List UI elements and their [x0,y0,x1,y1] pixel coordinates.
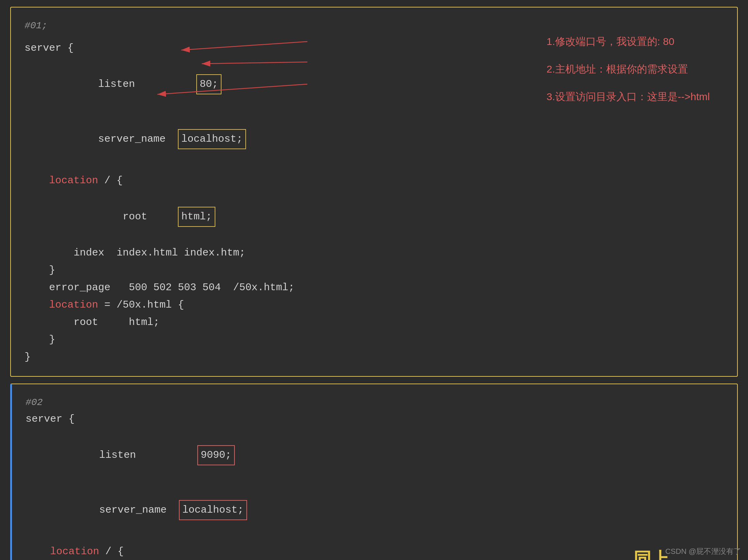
watermark: CSDN @屁不溼没有了 [665,546,741,557]
server-close-1: } [25,348,723,366]
annotation-2: 2.主机地址：根据你的需求设置 [547,62,710,76]
code-content-2: #02 server { listen 9090; server_name lo… [26,394,723,560]
listen-value-box-2: 9090; [197,445,235,465]
server-open-2: server { [26,410,723,428]
annotation-3: 3.设置访问目录入口：这里是-->html [547,90,710,104]
location-open-1: location / { [25,172,723,189]
server-name-line-1: server_name localhost; [25,112,723,167]
code-block-1: #01; server { listen 80; server_name loc… [10,7,738,377]
root-value-box-1: html; [178,207,215,227]
same-as-above-label: 同上 [633,547,669,560]
location-open-2: location / { [26,543,723,560]
index-line-1: index index.html index.htm; [25,244,723,262]
listen-value-box-1: 80; [196,74,222,94]
annotation-1: 1.修改端口号，我设置的: 80 [547,35,710,49]
comment-line-1: #01; [25,18,723,34]
close-location-1: } [25,262,723,279]
annotation-area-1: 1.修改端口号，我设置的: 80 2.主机地址：根据你的需求设置 3.设置访问目… [547,35,710,104]
root-line-1: root html; [25,189,723,244]
location-eq-1: location = /50x.html { [25,296,723,314]
close-location2-1: } [25,331,723,348]
server-name-value-box-1: localhost; [178,129,246,149]
server-name-value-box-2: localhost; [179,500,247,520]
error-page-1: error_page 500 502 503 504 /50x.html; [25,279,723,296]
comment-line-2: #02 [26,394,723,411]
server-name-line-2: server_name localhost; [26,483,723,538]
listen-line-2: listen 9090; [26,428,723,483]
code-block-2: #02 server { listen 9090; server_name lo… [10,384,738,560]
root2-line-1: root html; [25,314,723,331]
